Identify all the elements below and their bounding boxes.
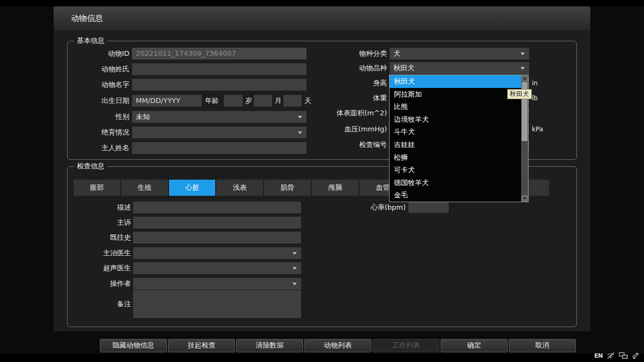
dialog-title: 动物信息 — [71, 6, 103, 31]
animal-id-label: 动物ID — [68, 48, 129, 60]
gender-label: 性别 — [68, 111, 129, 123]
suspend-exam-button[interactable]: 挂起检查 — [168, 339, 235, 352]
comment-field[interactable] — [133, 290, 301, 318]
description-field[interactable] — [133, 202, 301, 213]
wifi-disconnected-icon — [606, 352, 615, 359]
animal-list-button[interactable]: 动物列表 — [304, 339, 371, 352]
age-months-field[interactable] — [254, 95, 272, 107]
comment-label: 备注 — [68, 298, 131, 310]
weight-label: 体重 — [272, 92, 387, 104]
tab-cranial[interactable]: 颅脑 — [312, 180, 358, 196]
exam-info-group-title: 检查信息 — [74, 162, 107, 171]
basic-info-group-title: 基本信息 — [74, 36, 107, 45]
bsa-label: 体表面积(m^2) — [272, 107, 387, 119]
description-label: 描述 — [68, 202, 131, 213]
cancel-button[interactable]: 取消 — [509, 339, 576, 352]
bottom-strip — [0, 354, 644, 362]
height-label: 身高 — [272, 77, 387, 89]
scroll-up-icon[interactable] — [521, 75, 528, 82]
chief-complaint-field[interactable] — [133, 217, 301, 228]
chevron-down-icon — [292, 283, 297, 285]
heart-rate-field[interactable] — [408, 202, 449, 213]
chevron-down-icon — [292, 252, 297, 255]
network-screens-icon — [619, 352, 628, 359]
last-name-label: 动物姓氏 — [68, 63, 129, 75]
beam-horn-icon — [632, 352, 640, 359]
hide-animal-info-button[interactable]: 隐藏动物信息 — [100, 339, 167, 352]
operator-label: 操作者 — [68, 278, 131, 290]
tab-superficial[interactable]: 浅表 — [216, 180, 263, 196]
birth-date-label: 出生日期 — [68, 95, 129, 107]
breed-option-bulldog[interactable]: 斗牛犬 — [390, 125, 528, 138]
heart-rate-label: 心率(bpm) — [304, 202, 406, 213]
breed-option-bichon[interactable]: 比熊 — [390, 100, 528, 113]
breed-option-chihuahua[interactable]: 吉娃娃 — [390, 138, 528, 151]
chevron-down-icon — [292, 267, 297, 270]
species-label: 物种分类 — [272, 48, 387, 60]
ok-button[interactable]: 确定 — [441, 339, 508, 352]
status-bar: EN — [594, 352, 640, 359]
ultrasound-doctor-combobox[interactable] — [133, 262, 301, 274]
breed-option-cocker[interactable]: 可卡犬 — [390, 164, 528, 176]
breed-tooltip: 秋田犬 — [507, 89, 532, 99]
animal-info-dialog: 动物信息 基本信息 动物ID 20221011_174309_7364007 动… — [54, 6, 590, 331]
chevron-down-icon — [521, 67, 525, 70]
history-field[interactable] — [133, 232, 301, 243]
first-name-label: 动物名字 — [68, 79, 129, 91]
breed-combobox[interactable]: 秋田犬 — [390, 62, 529, 74]
height-unit: in — [532, 77, 538, 89]
scroll-down-icon[interactable] — [521, 195, 528, 202]
tab-reproduction[interactable]: 生殖 — [121, 180, 168, 196]
species-combobox[interactable]: 犬 — [390, 48, 529, 60]
dialog-button-row: 隐藏动物信息 挂起检查 清除数据 动物列表 工作列表 确定 取消 — [100, 339, 576, 352]
birth-date-placeholder: MM/DD/YYYY — [132, 95, 202, 107]
age-years-field[interactable] — [224, 95, 243, 107]
breed-option-akita[interactable]: 秋田犬 — [390, 75, 528, 88]
tab-musculoskeletal[interactable]: 肌骨 — [264, 180, 311, 196]
chief-complaint-label: 主诉 — [68, 217, 131, 228]
breed-option-german-shepherd[interactable]: 德国牧羊犬 — [390, 176, 528, 189]
blood-pressure-label: 血压(mmHg) — [272, 123, 387, 135]
age-years-unit: 岁 — [245, 95, 254, 107]
owner-label: 主人姓名 — [68, 142, 129, 154]
breed-option-border-collie[interactable]: 边境牧羊犬 — [390, 113, 528, 126]
attending-doctor-label: 主治医生 — [68, 247, 131, 259]
attending-doctor-combobox[interactable] — [133, 247, 301, 259]
ultrasound-doctor-label: 超声医生 — [68, 262, 131, 274]
clear-data-button[interactable]: 清除数据 — [236, 339, 303, 352]
blood-pressure-unit: kPa — [532, 123, 543, 135]
dialog-titlebar: 动物信息 — [54, 6, 590, 31]
exam-id-label: 检查编号 — [272, 139, 387, 151]
birth-date-field[interactable]: MM/DD/YYYY — [132, 95, 202, 107]
breed-label: 动物品种 — [272, 62, 387, 74]
chevron-down-icon — [521, 53, 525, 55]
neuter-label: 绝育情况 — [68, 127, 129, 138]
age-label: 年龄 — [205, 95, 221, 107]
top-strip — [0, 0, 644, 6]
history-label: 既往史 — [68, 232, 131, 243]
breed-option-chow-chow[interactable]: 松狮 — [390, 151, 528, 164]
breed-option-golden-retriever[interactable]: 金毛 — [390, 189, 528, 202]
tab-cardiac[interactable]: 心脏 — [169, 180, 216, 196]
language-indicator: EN — [594, 352, 603, 359]
operator-combobox[interactable] — [133, 278, 301, 290]
worklist-button: 工作列表 — [372, 339, 440, 352]
weight-unit: lb — [532, 92, 538, 104]
tab-abdomen[interactable]: 腹部 — [74, 180, 120, 196]
